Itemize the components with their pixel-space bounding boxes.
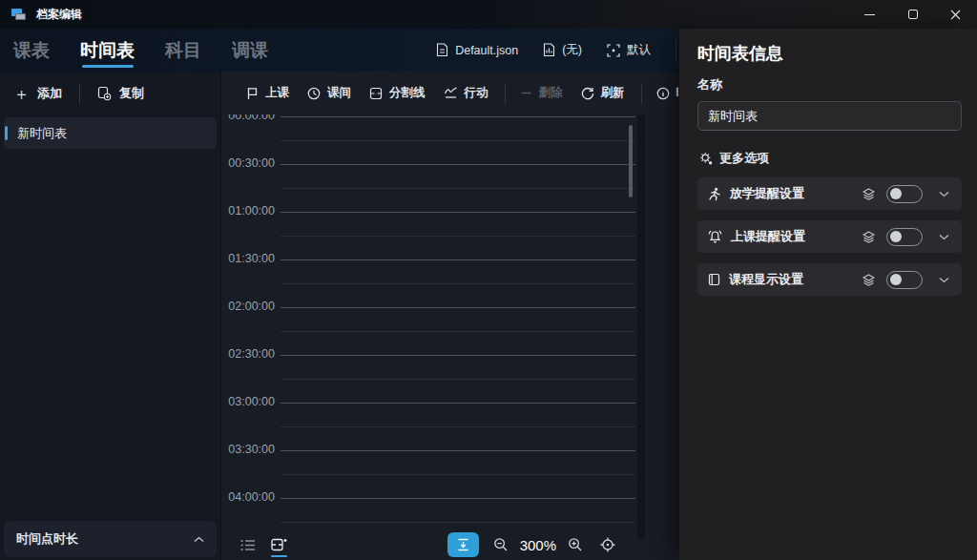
zoom-in-icon[interactable]	[568, 537, 583, 552]
button-label: 时	[676, 85, 679, 101]
theme-default-label: 默认	[627, 42, 651, 58]
scrollbar-track[interactable]	[637, 114, 645, 539]
minor-gridline	[281, 283, 635, 284]
file-chart-icon	[543, 43, 555, 57]
timetable-info-panel: 时间表信息 名称 更多选项 放学提醒设置 上课提醒设置	[679, 29, 977, 560]
chevron-up-icon	[194, 536, 204, 543]
action-icon	[444, 87, 458, 99]
button-label: 课间	[327, 85, 351, 101]
info-circle-icon	[656, 87, 670, 100]
close-button[interactable]	[934, 0, 977, 29]
split-icon	[369, 87, 383, 100]
major-gridline	[281, 164, 635, 165]
list-item-timetable[interactable]: 新时间表	[4, 117, 217, 149]
minor-gridline	[281, 188, 635, 189]
titlebar: 档案编辑	[0, 0, 977, 29]
tab-label: 调课	[232, 38, 268, 63]
timetable-sidebar: ＋ 添加 复制 新时间表	[0, 72, 221, 560]
theme-default-button[interactable]: 默认	[607, 42, 651, 58]
tab-label: 时间表	[80, 38, 135, 63]
chevron-down-icon[interactable]	[939, 191, 949, 197]
profile-file-button[interactable]: Default.json	[436, 43, 518, 57]
chevron-down-icon[interactable]	[939, 277, 949, 283]
fit-view-button[interactable]	[447, 532, 479, 557]
time-label: 00:00:00	[223, 114, 275, 122]
dismissal-reminder-toggle[interactable]	[886, 185, 923, 203]
course-display-toggle[interactable]	[886, 271, 923, 289]
add-separator-button[interactable]: 分割线	[369, 85, 426, 101]
add-action-button[interactable]: 行动	[444, 85, 488, 101]
add-class-button[interactable]: 上课	[246, 85, 289, 101]
icon-pack-label: (无)	[562, 42, 582, 58]
layers-icon	[863, 231, 875, 243]
icon-pack-button[interactable]: (无)	[543, 42, 582, 58]
minor-gridline	[281, 331, 635, 332]
setting-label: 上课提醒设置	[731, 228, 805, 245]
minus-icon	[520, 87, 532, 99]
tab-label: 课表	[13, 38, 50, 63]
timepoint-duration-expander[interactable]: 时间点时长	[4, 521, 217, 557]
copy-button[interactable]: 复制	[97, 85, 144, 102]
minor-gridline	[281, 236, 635, 237]
expander-label: 时间点时长	[16, 530, 78, 548]
flag-icon	[246, 87, 259, 100]
time-label: 03:30:00	[223, 443, 275, 456]
active-tab-underline	[82, 65, 134, 68]
minor-gridline	[281, 474, 635, 475]
button-label: 删除	[539, 85, 563, 101]
time-label: 03:00:00	[223, 395, 275, 408]
list-view-button[interactable]	[240, 529, 256, 560]
major-gridline	[281, 116, 635, 117]
time-label: 02:30:00	[223, 347, 275, 361]
tab-swap[interactable]: 调课	[230, 29, 270, 72]
major-gridline	[281, 450, 635, 451]
locate-icon[interactable]	[600, 537, 615, 552]
time-rule-button[interactable]: 时	[656, 85, 679, 101]
timeline-view-button[interactable]	[271, 529, 287, 560]
add-label: 添加	[37, 85, 62, 102]
selection-indicator	[5, 126, 8, 140]
dismissal-reminder-expander[interactable]: 放学提醒设置	[697, 177, 962, 210]
add-button[interactable]: ＋ 添加	[13, 85, 62, 102]
course-display-expander[interactable]: 课程显示设置	[697, 263, 962, 296]
name-input[interactable]	[697, 101, 962, 131]
time-label: 00:30:00	[223, 156, 275, 170]
tab-timetable[interactable]: 时间表	[78, 29, 136, 72]
tab-subjects[interactable]: 科目	[163, 29, 203, 72]
fit-vertical-icon	[457, 538, 469, 551]
time-label: 01:30:00	[223, 252, 275, 265]
name-label: 名称	[697, 76, 962, 93]
more-options-header: 更多选项	[699, 150, 962, 167]
minor-gridline	[281, 140, 635, 141]
refresh-icon	[581, 87, 594, 100]
setting-label: 课程显示设置	[729, 271, 803, 288]
time-label: 04:00:00	[223, 490, 275, 504]
bell-icon	[708, 230, 722, 243]
minor-gridline	[281, 379, 635, 380]
add-break-button[interactable]: 课间	[307, 85, 351, 101]
nav-bar: 课表 时间表 科目 调课 Default.json (无) 默认	[0, 29, 679, 72]
delete-button[interactable]: 删除	[520, 85, 563, 101]
maximize-button[interactable]	[891, 0, 934, 29]
sidebar-toolbar: ＋ 添加 复制	[0, 72, 220, 115]
zoom-out-icon[interactable]	[493, 537, 509, 552]
refresh-button[interactable]: 刷新	[581, 85, 625, 101]
layers-icon	[863, 274, 875, 286]
scrollbar-thumb[interactable]	[629, 125, 633, 197]
minimize-button[interactable]	[848, 0, 891, 29]
class-reminder-toggle[interactable]	[886, 228, 923, 246]
class-reminder-expander[interactable]: 上课提醒设置	[697, 220, 962, 253]
major-gridline	[281, 212, 635, 213]
app-window: 档案编辑 课表 时间表 科目 调课 Default.json	[0, 0, 977, 560]
tab-schedule[interactable]: 课表	[11, 29, 52, 72]
nav-divider	[676, 39, 676, 62]
list-view-icon	[240, 539, 256, 551]
button-label: 上课	[265, 85, 289, 101]
active-view-underline	[271, 555, 287, 557]
timeline-canvas[interactable]: 00:00:0000:30:0001:00:0001:30:0002:00:00…	[221, 114, 678, 529]
chevron-down-icon[interactable]	[939, 234, 949, 240]
document-icon	[436, 43, 448, 57]
copy-icon	[97, 86, 112, 101]
major-gridline	[281, 259, 635, 260]
window-title: 档案编辑	[36, 7, 82, 23]
